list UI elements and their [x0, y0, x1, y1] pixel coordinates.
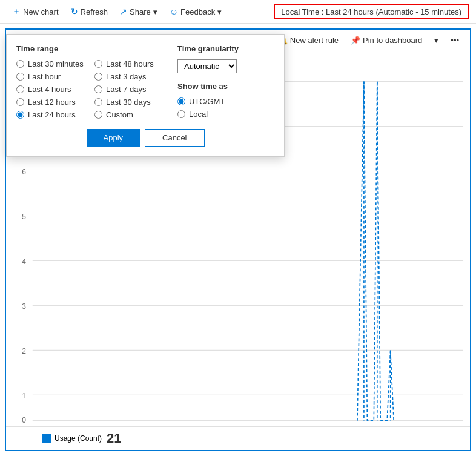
radio-last-12-hours[interactable]: Last 12 hours: [16, 97, 87, 107]
toolbar: ＋ New chart ↻ Refresh ↗ Share ▾ ☺ Feedba…: [0, 0, 476, 24]
plus-icon: ＋: [12, 6, 21, 17]
pin-label: Pin to dashboard: [363, 36, 422, 45]
refresh-button[interactable]: ↻ Refresh: [66, 4, 113, 19]
overflow-menu-button[interactable]: •••: [446, 33, 464, 47]
feedback-button[interactable]: ☺ Feedback ▾: [165, 4, 226, 19]
popup-left: Time range Last 30 minutes Last 48 hours…: [16, 44, 165, 119]
popup-right: Time granularity Automatic 1 minute 5 mi…: [177, 44, 274, 119]
time-badge-label: Local Time : Last 24 hours (Automatic - …: [281, 7, 461, 16]
legend-metric-label: Usage (Count): [55, 434, 102, 443]
legend-color-swatch: [42, 434, 51, 443]
chevron-down-icon2: ▾: [434, 36, 438, 45]
popup-footer: Apply Cancel: [16, 129, 274, 147]
feedback-icon: ☺: [170, 7, 178, 16]
radio-custom[interactable]: Custom: [94, 110, 165, 119]
feedback-label: Feedback: [180, 7, 215, 16]
radio-last-7-days[interactable]: Last 7 days: [94, 85, 165, 94]
time-range-title: Time range: [16, 44, 165, 53]
pin-dashboard-button[interactable]: 📌 Pin to dashboard: [346, 33, 427, 47]
refresh-icon: ↻: [71, 7, 78, 16]
svg-text:6: 6: [22, 168, 26, 176]
popup-columns: Time range Last 30 minutes Last 48 hours…: [16, 44, 274, 119]
pin-icon: 📌: [351, 36, 360, 45]
svg-text:3: 3: [22, 302, 26, 311]
svg-text:1: 1: [22, 392, 26, 400]
new-chart-label: New chart: [23, 7, 59, 16]
radio-last-48-hours[interactable]: Last 48 hours: [94, 59, 165, 68]
time-range-options: Last 30 minutes Last 48 hours Last hour …: [16, 59, 165, 119]
chart-legend: Usage (Count) 21: [6, 426, 470, 450]
radio-local[interactable]: Local: [177, 110, 274, 119]
new-chart-button[interactable]: ＋ New chart: [7, 4, 64, 19]
chart-header-actions: ▾ 🔔 New alert rule 📌 Pin to dashboard ▾ …: [257, 33, 464, 47]
svg-text:4: 4: [22, 257, 26, 266]
ellipsis-icon: •••: [451, 36, 459, 45]
legend-item: Usage (Count): [42, 434, 102, 443]
radio-utc[interactable]: UTC/GMT: [177, 97, 274, 106]
radio-last-hour[interactable]: Last hour: [16, 72, 87, 81]
time-range-popup: Time range Last 30 minutes Last 48 hours…: [6, 34, 285, 157]
share-button[interactable]: ↗ Share ▾: [115, 4, 162, 19]
show-time-options: UTC/GMT Local: [177, 97, 274, 119]
radio-last-4-hours[interactable]: Last 4 hours: [16, 85, 87, 94]
radio-last-30-days[interactable]: Last 30 days: [94, 97, 165, 107]
share-label: Share: [130, 7, 151, 16]
feedback-chevron-icon: ▾: [217, 7, 222, 16]
granularity-title: Time granularity: [177, 44, 274, 53]
radio-last-24-hours[interactable]: Last 24 hours: [16, 110, 87, 119]
granularity-select[interactable]: Automatic 1 minute 5 minutes 15 minutes …: [177, 59, 237, 73]
time-badge[interactable]: Local Time : Last 24 hours (Automatic - …: [274, 4, 469, 19]
more-options-button[interactable]: ▾: [429, 33, 443, 47]
radio-last-30-min[interactable]: Last 30 minutes: [16, 59, 87, 68]
show-time-title: Show time as: [177, 82, 274, 91]
new-alert-label: New alert rule: [290, 36, 339, 45]
radio-last-3-days[interactable]: Last 3 days: [94, 72, 165, 81]
share-chevron-icon: ▾: [153, 7, 157, 16]
cancel-button[interactable]: Cancel: [145, 129, 204, 147]
svg-text:2: 2: [22, 347, 26, 355]
legend-count-value: 21: [107, 431, 121, 446]
apply-button[interactable]: Apply: [87, 129, 140, 147]
share-icon: ↗: [120, 7, 127, 16]
svg-text:5: 5: [22, 213, 26, 221]
svg-text:0: 0: [22, 416, 26, 425]
refresh-label: Refresh: [81, 7, 108, 16]
